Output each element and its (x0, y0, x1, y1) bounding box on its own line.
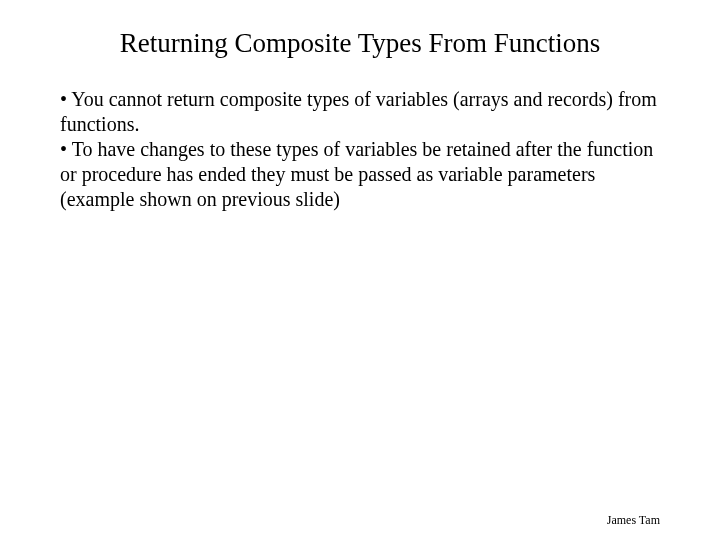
slide-title: Returning Composite Types From Functions (100, 28, 620, 59)
bullet-marker: • (60, 138, 72, 160)
bullet-item: • To have changes to these types of vari… (60, 137, 660, 212)
slide-container: Returning Composite Types From Functions… (0, 0, 720, 540)
bullet-text: To have changes to these types of variab… (60, 138, 653, 210)
bullet-item: • You cannot return composite types of v… (60, 87, 660, 137)
bullet-text: You cannot return composite types of var… (60, 88, 657, 135)
slide-content: • You cannot return composite types of v… (60, 87, 660, 212)
footer-author: James Tam (607, 513, 660, 528)
bullet-marker: • (60, 88, 71, 110)
